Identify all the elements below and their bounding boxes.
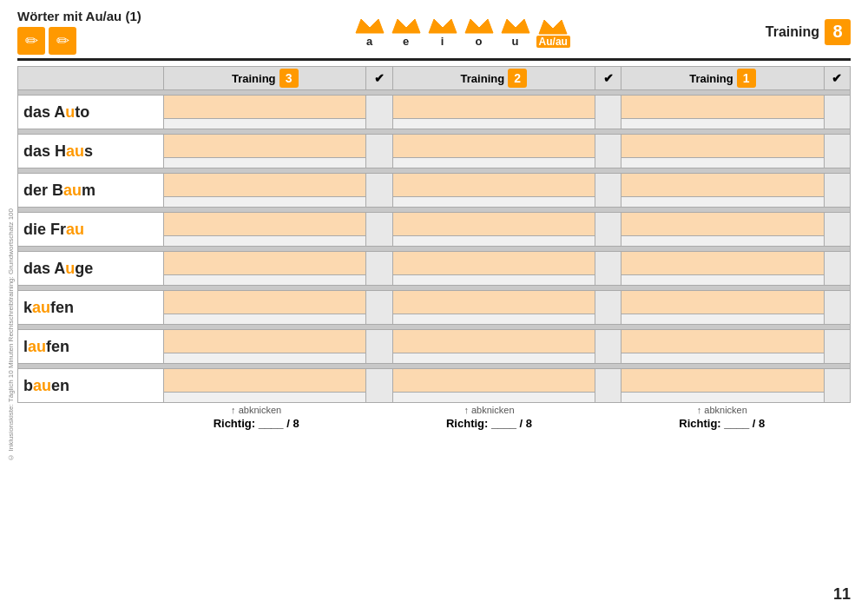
input3-box-top-0[interactable]: [168, 98, 362, 116]
input3-bot-0: [164, 119, 366, 129]
word-row-4: das Auge: [18, 252, 851, 275]
input3-top-7[interactable]: [164, 369, 366, 393]
richtig1: Richtig: ____ / 8: [618, 417, 826, 430]
input3-top-1[interactable]: [164, 135, 366, 158]
richtig3-total: / 8: [286, 417, 299, 430]
check2-cell-6: [595, 330, 621, 364]
input2-box-top-2[interactable]: [397, 176, 591, 194]
input1-box-top-7[interactable]: [625, 372, 819, 389]
input2-top-6[interactable]: [392, 330, 595, 353]
input1-bot-0: [621, 119, 824, 129]
input3-box-top-6[interactable]: [168, 333, 362, 350]
input3-top-2[interactable]: [164, 174, 366, 197]
richtig1-label: Richtig:: [679, 417, 720, 430]
input1-top-2[interactable]: [621, 174, 824, 197]
input3-box-top-5[interactable]: [168, 294, 362, 311]
footer-abknicken-row: ↑ abknicken ↑ abknicken ↑ abknicken: [17, 405, 851, 415]
training1-label: Training: [689, 72, 733, 85]
check2-cell-2: [595, 174, 621, 208]
word-highlight-5: au: [32, 299, 50, 316]
input3-bot-6: [164, 353, 366, 364]
check3-cell-7: [366, 369, 392, 403]
word-row-1: das Haus: [18, 135, 851, 158]
input2-box-top-5[interactable]: [397, 294, 591, 311]
input1-box-top-0[interactable]: [625, 98, 819, 116]
input3-top-3[interactable]: [164, 213, 366, 236]
input1-box-top-2[interactable]: [625, 176, 819, 194]
training-badge-header: Training 8: [766, 19, 851, 45]
svg-marker-0: [356, 19, 384, 33]
input2-box-top-1[interactable]: [397, 137, 591, 155]
input3-bot-4: [164, 275, 366, 286]
input1-top-3[interactable]: [621, 213, 824, 236]
input1-top-0[interactable]: [621, 96, 824, 119]
input2-bot-5: [392, 314, 595, 325]
input1-bot-2: [621, 197, 824, 208]
abknicken1: ↑ abknicken: [618, 405, 826, 415]
th-training1: Training 1: [621, 67, 824, 90]
input2-top-7[interactable]: [392, 369, 595, 393]
word-row-5: kaufen: [18, 291, 851, 314]
th-training2: Training 2: [392, 67, 595, 90]
richtig3-value: ____: [259, 417, 284, 430]
input2-box-top-6[interactable]: [397, 333, 591, 350]
input2-top-2[interactable]: [392, 174, 595, 197]
input1-box-top-1[interactable]: [625, 137, 819, 155]
input2-box-top-0[interactable]: [397, 98, 591, 116]
input2-top-5[interactable]: [392, 291, 595, 314]
richtig3: Richtig: ____ / 8: [152, 417, 360, 430]
input3-top-6[interactable]: [164, 330, 366, 353]
word-label-2: der Baum: [18, 174, 164, 208]
training2-label: Training: [461, 72, 505, 85]
word-label-5: kaufen: [18, 291, 164, 325]
input3-top-5[interactable]: [164, 291, 366, 314]
word-highlight-1: au: [66, 142, 84, 160]
input3-top-0[interactable]: [164, 96, 366, 119]
check2-cell-1: [595, 135, 621, 168]
input3-bot-7: [164, 393, 366, 403]
training2-num: 2: [508, 69, 527, 88]
input3-top-4[interactable]: [164, 252, 366, 275]
word-highlight-6: au: [28, 338, 46, 355]
pencil-icon-2: ✏: [49, 27, 76, 55]
svg-marker-3: [465, 19, 493, 33]
word-row-3: die Frau: [18, 213, 851, 236]
input1-bot-5: [621, 314, 824, 325]
abknicken2: ↑ abknicken: [385, 405, 593, 415]
input2-box-top-3[interactable]: [397, 215, 591, 233]
input1-top-4[interactable]: [621, 252, 824, 275]
input2-top-4[interactable]: [392, 252, 595, 275]
input3-box-top-3[interactable]: [168, 215, 362, 233]
th-check3: ✔: [366, 67, 392, 90]
title-block: Wörter mit Au/au (1) ✏ ✏: [17, 9, 141, 55]
input1-top-5[interactable]: [621, 291, 824, 314]
header-row: Training 3 ✔ Training 2 ✔: [18, 67, 851, 90]
input1-top-6[interactable]: [621, 330, 824, 353]
input1-box-top-5[interactable]: [625, 294, 819, 311]
input2-box-top-7[interactable]: [397, 372, 591, 389]
page-number: 11: [833, 585, 851, 604]
check1-symbol: ✔: [832, 71, 842, 85]
input3-bot-1: [164, 158, 366, 168]
input1-box-top-3[interactable]: [625, 215, 819, 233]
input1-top-7[interactable]: [621, 369, 824, 393]
check1-cell-3: [824, 213, 850, 247]
word-highlight-2: au: [63, 182, 82, 199]
check3-cell-4: [366, 252, 392, 286]
input1-box-top-6[interactable]: [625, 333, 819, 350]
input3-box-top-1[interactable]: [168, 137, 362, 155]
input3-box-top-4[interactable]: [168, 254, 362, 272]
input1-box-top-4[interactable]: [625, 254, 819, 272]
input2-top-1[interactable]: [392, 135, 595, 158]
input2-top-3[interactable]: [392, 213, 595, 236]
input2-top-0[interactable]: [392, 96, 595, 119]
check2-cell-3: [595, 213, 621, 247]
footer-richtig-row: Richtig: ____ / 8 Richtig: ____ / 8 Rich…: [17, 417, 851, 430]
input3-box-top-7[interactable]: [168, 372, 362, 389]
svg-marker-4: [502, 19, 529, 33]
input1-top-1[interactable]: [621, 135, 824, 158]
input1-bot-7: [621, 393, 824, 403]
input3-box-top-2[interactable]: [168, 176, 362, 194]
input2-box-top-4[interactable]: [397, 254, 591, 272]
input2-bot-0: [392, 119, 595, 129]
